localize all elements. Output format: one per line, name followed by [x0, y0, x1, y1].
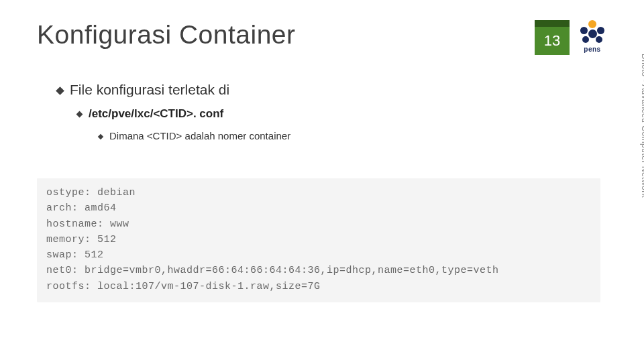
slide-title: Konfigurasi Container [37, 20, 296, 50]
slide-content: File konfigurasi terletak di /etc/pve/lx… [37, 82, 607, 302]
logo: pens [578, 20, 607, 53]
bullet-level-1: File konfigurasi terletak di [57, 82, 607, 98]
bullet-text-2: /etc/pve/lxc/<CTID>. conf [89, 107, 223, 121]
bullet-level-2: /etc/pve/lxc/<CTID>. conf [77, 107, 607, 121]
header-right: 13 pens [535, 20, 607, 55]
bullet-text-1: File konfigurasi terletak di [70, 82, 229, 98]
page-number-box: 13 [535, 20, 570, 55]
logo-icon [578, 20, 607, 44]
bullet-text-3: Dimana <CTID> adalah nomer container [109, 130, 290, 141]
code-block: ostype: debian arch: amd64 hostname: www… [37, 178, 600, 302]
slide-header: Konfigurasi Container 13 pens [37, 20, 607, 55]
side-label: Dhoto - Advanced Computer Network [640, 54, 644, 198]
diamond-bullet-icon [56, 86, 64, 95]
diamond-bullet-icon [76, 111, 83, 118]
logo-text: pens [584, 46, 600, 53]
slide: Konfigurasi Container 13 pens Dhoto - Ad… [0, 0, 644, 362]
diamond-bullet-icon [98, 134, 103, 139]
bullet-level-3: Dimana <CTID> adalah nomer container [99, 130, 607, 141]
page-number: 13 [544, 32, 560, 50]
